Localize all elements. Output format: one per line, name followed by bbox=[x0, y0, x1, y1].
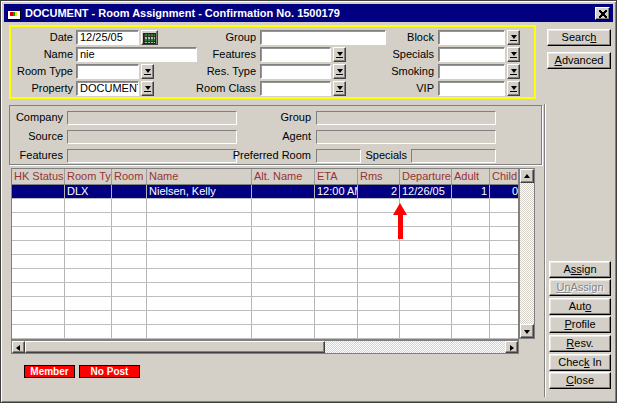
annotation-arrow-stem bbox=[398, 214, 403, 239]
smoking-input[interactable] bbox=[438, 64, 505, 79]
res-type-input[interactable] bbox=[260, 64, 331, 79]
advanced-button[interactable]: Advanced bbox=[547, 52, 611, 69]
col-room-type[interactable]: Room Type bbox=[65, 169, 112, 184]
col-room[interactable]: Room bbox=[112, 169, 147, 184]
cell-child: 0 bbox=[490, 185, 520, 198]
col-eta[interactable]: ETA bbox=[315, 169, 358, 184]
specials-dropdown-icon[interactable] bbox=[507, 47, 520, 62]
col-alt-name[interactable]: Alt. Name bbox=[252, 169, 315, 184]
profile-button[interactable]: Profile bbox=[549, 316, 611, 333]
assign-button[interactable]: Assign bbox=[549, 261, 611, 278]
cell-room-type: DLX bbox=[65, 185, 112, 198]
auto-button[interactable]: Auto bbox=[549, 298, 611, 315]
table-row[interactable] bbox=[12, 269, 518, 283]
group-field bbox=[316, 111, 496, 125]
smoking-label: Smoking bbox=[386, 64, 434, 79]
res-type-dropdown-icon[interactable] bbox=[333, 64, 346, 79]
cell-departure: 12/26/05 bbox=[400, 185, 452, 198]
group-label: Group bbox=[176, 30, 256, 45]
grid-header-row: HK Status Room Type Room Name Alt. Name … bbox=[12, 169, 518, 185]
col-child[interactable]: Child bbox=[490, 169, 520, 184]
block-dropdown-icon[interactable] bbox=[507, 30, 520, 45]
button-panel-divider bbox=[544, 104, 546, 397]
table-row[interactable] bbox=[12, 199, 518, 213]
cell-name: Nielsen, Kelly bbox=[147, 185, 252, 198]
room-class-input[interactable] bbox=[260, 81, 331, 96]
features-label: Features bbox=[176, 47, 256, 62]
vip-dropdown-icon[interactable] bbox=[507, 81, 520, 96]
res-type-label: Res. Type bbox=[176, 64, 256, 79]
window-title: DOCUMENT - Room Assignment - Confirmatio… bbox=[25, 7, 340, 19]
room-type-input[interactable] bbox=[76, 64, 139, 79]
block-label: Block bbox=[386, 30, 434, 45]
check-in-button[interactable]: Check In bbox=[549, 354, 611, 371]
features-field bbox=[67, 149, 237, 163]
table-row[interactable] bbox=[12, 311, 518, 325]
table-row[interactable] bbox=[12, 255, 518, 269]
col-rms[interactable]: Rms bbox=[358, 169, 400, 184]
property-dropdown-icon[interactable] bbox=[141, 81, 154, 96]
agent-field bbox=[316, 130, 496, 144]
calendar-icon[interactable] bbox=[141, 30, 158, 45]
close-icon[interactable] bbox=[595, 7, 610, 20]
room-class-dropdown-icon[interactable] bbox=[333, 81, 346, 96]
property-input[interactable]: DOCUMENT bbox=[76, 81, 139, 96]
room-type-dropdown-icon[interactable] bbox=[141, 64, 154, 79]
room-type-label: Room Type bbox=[11, 64, 73, 79]
group-info-label: Group bbox=[226, 110, 311, 125]
features-info-label: Features bbox=[11, 148, 63, 163]
results-grid: HK Status Room Type Room Name Alt. Name … bbox=[11, 168, 519, 340]
date-input[interactable]: 12/25/05 bbox=[76, 30, 139, 45]
col-departure[interactable]: Departure bbox=[400, 169, 452, 184]
features-input[interactable] bbox=[260, 47, 331, 62]
app-icon bbox=[7, 7, 21, 20]
room-class-label: Room Class bbox=[176, 81, 256, 96]
specials-input[interactable] bbox=[438, 47, 505, 62]
scroll-right-icon[interactable] bbox=[505, 341, 518, 353]
no-post-badge: No Post bbox=[79, 365, 140, 378]
room-assignment-window: DOCUMENT - Room Assignment - Confirmatio… bbox=[0, 0, 617, 403]
table-row[interactable] bbox=[12, 325, 518, 339]
cell-hk-status bbox=[12, 185, 65, 198]
resv-button[interactable]: Resv. bbox=[549, 335, 611, 352]
company-field bbox=[67, 111, 237, 125]
vip-label: VIP bbox=[386, 81, 434, 96]
vertical-scrollbar[interactable] bbox=[519, 168, 535, 339]
scroll-up-icon[interactable] bbox=[520, 169, 534, 183]
vip-input[interactable] bbox=[438, 81, 505, 96]
block-input[interactable] bbox=[438, 30, 505, 45]
table-row[interactable] bbox=[12, 283, 518, 297]
cell-rms: 2 bbox=[358, 185, 400, 198]
cell-room bbox=[112, 185, 147, 198]
group-input[interactable] bbox=[260, 30, 386, 45]
scrollbar-thumb[interactable] bbox=[25, 341, 325, 353]
preferred-room-label: Preferred Room bbox=[226, 148, 311, 163]
col-name[interactable]: Name bbox=[147, 169, 252, 184]
cell-adult: 1 bbox=[452, 185, 490, 198]
member-badge: Member bbox=[24, 365, 75, 378]
col-hk-status[interactable]: HK Status bbox=[12, 169, 65, 184]
source-label: Source bbox=[11, 129, 63, 144]
scroll-left-icon[interactable] bbox=[12, 341, 25, 353]
table-row[interactable] bbox=[12, 241, 518, 255]
specials-label: Specials bbox=[386, 47, 434, 62]
specials-info-label: Specials bbox=[365, 148, 407, 163]
source-field bbox=[67, 130, 237, 144]
table-row[interactable] bbox=[12, 213, 518, 227]
name-label: Name bbox=[11, 47, 73, 62]
close-button[interactable]: Close bbox=[549, 372, 611, 389]
search-button[interactable]: Search bbox=[547, 29, 611, 46]
date-label: Date bbox=[11, 30, 73, 45]
features-dropdown-icon[interactable] bbox=[333, 47, 346, 62]
table-row-selected[interactable]: DLX Nielsen, Kelly 12:00 AM 2 12/26/05 1… bbox=[12, 185, 518, 199]
table-row[interactable] bbox=[12, 297, 518, 311]
company-label: Company bbox=[11, 110, 63, 125]
scroll-down-icon[interactable] bbox=[520, 324, 534, 338]
specials-field bbox=[411, 149, 496, 163]
horizontal-scrollbar[interactable] bbox=[11, 340, 519, 354]
title-bar: DOCUMENT - Room Assignment - Confirmatio… bbox=[4, 4, 613, 22]
col-adult[interactable]: Adult bbox=[452, 169, 490, 184]
table-row[interactable] bbox=[12, 227, 518, 241]
unassign-button: UnAssign bbox=[549, 279, 611, 296]
smoking-dropdown-icon[interactable] bbox=[507, 64, 520, 79]
